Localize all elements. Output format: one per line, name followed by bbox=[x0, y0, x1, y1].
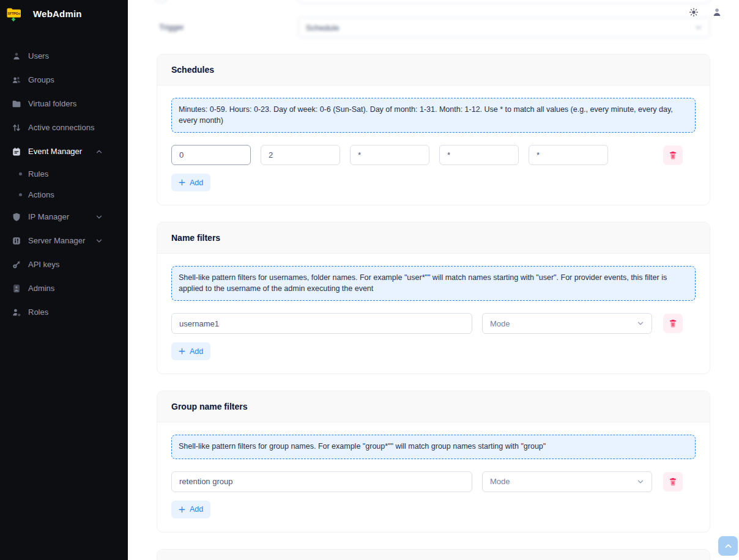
section-title: Group name filters bbox=[171, 402, 247, 411]
chevron-down-icon bbox=[695, 24, 702, 31]
role-user-icon bbox=[12, 308, 21, 317]
chevron-up-icon bbox=[95, 148, 103, 155]
chevron-down-icon bbox=[95, 213, 103, 221]
schedule-day-of-week-input[interactable] bbox=[350, 145, 429, 165]
chevron-down-icon bbox=[95, 237, 103, 245]
add-button-label: Add bbox=[190, 347, 203, 356]
sidebar-item-label: Groups bbox=[28, 75, 54, 84]
schedule-minute-input[interactable] bbox=[171, 145, 251, 165]
role-name-filters-card: Role name filters bbox=[157, 549, 710, 560]
sidebar-item-api-keys[interactable]: API keys bbox=[0, 252, 128, 276]
sidebar-item-label: Virtual folders bbox=[28, 99, 76, 108]
theme-toggle-sun-icon[interactable] bbox=[689, 7, 699, 17]
add-name-filter-button[interactable]: Add bbox=[171, 342, 210, 360]
sidebar-item-users[interactable]: Users bbox=[0, 44, 128, 68]
schedules-card-body: Minutes: 0-59. Hours: 0-23. Day of week:… bbox=[157, 86, 710, 205]
add-group-name-filter-button[interactable]: Add bbox=[171, 501, 210, 518]
sidebar-item-label: Admins bbox=[28, 284, 54, 293]
sidebar-nav: Users Groups Virtual folders Active conn… bbox=[0, 44, 128, 324]
obscured-fragment bbox=[155, 0, 166, 2]
schedule-day-of-month-input[interactable] bbox=[439, 145, 519, 165]
groups-icon bbox=[12, 75, 21, 85]
main-content: Trigger Schedule Schedules Minutes: 0-59… bbox=[128, 0, 739, 560]
sidebar-item-label: Actions bbox=[28, 190, 54, 199]
sidebar-item-admins[interactable]: Admins bbox=[0, 276, 128, 300]
sliders-icon bbox=[12, 236, 21, 246]
sidebar-item-label: Server Manager bbox=[28, 236, 85, 245]
sidebar-item-label: Active connections bbox=[28, 123, 94, 132]
group-name-filter-mode-select[interactable]: Mode bbox=[482, 471, 652, 492]
topbar bbox=[689, 7, 722, 17]
name-filters-card-header: Name filters bbox=[157, 223, 710, 254]
sidebar-item-virtual-folders[interactable]: Virtual folders bbox=[0, 92, 128, 116]
role-name-filters-card-header: Role name filters bbox=[157, 550, 710, 560]
mode-select-value: Mode bbox=[490, 319, 510, 328]
group-name-filter-pattern-input[interactable] bbox=[171, 471, 472, 492]
app-title: WebAdmin bbox=[33, 9, 82, 19]
admin-badge-icon bbox=[12, 284, 21, 293]
add-button-label: Add bbox=[190, 179, 203, 187]
calendar-icon bbox=[12, 147, 21, 157]
sidebar-item-label: API keys bbox=[28, 260, 59, 269]
brand[interactable]: SFTPGo WebAdmin bbox=[0, 0, 128, 22]
sidebar-item-label: Event Manager bbox=[28, 147, 82, 156]
arrows-up-down-icon bbox=[12, 123, 21, 133]
schedule-month-input[interactable] bbox=[529, 145, 608, 165]
obscured-input-fragment[interactable] bbox=[298, 0, 710, 4]
schedule-hour-input[interactable] bbox=[261, 145, 340, 165]
section-title: Schedules bbox=[171, 65, 214, 75]
sidebar-item-roles[interactable]: Roles bbox=[0, 300, 128, 324]
sftpgo-logo-icon: SFTPGo bbox=[6, 5, 23, 22]
name-filters-card-body: Shell-like pattern filters for usernames… bbox=[157, 254, 710, 374]
svg-text:SFTPGo: SFTPGo bbox=[8, 12, 20, 15]
sidebar-item-label: Users bbox=[28, 51, 49, 61]
delete-name-filter-button[interactable] bbox=[663, 314, 683, 333]
group-name-filters-card-header: Group name filters bbox=[157, 391, 710, 422]
mode-select-value: Mode bbox=[490, 477, 510, 486]
scroll-to-top-button[interactable] bbox=[718, 536, 738, 556]
sidebar-item-ip-manager[interactable]: IP Manager bbox=[0, 205, 128, 229]
trash-icon bbox=[668, 477, 678, 487]
obscured-select-value: Schedule bbox=[306, 23, 339, 32]
group-name-filters-hint: Shell-like pattern filters for group nam… bbox=[171, 435, 696, 459]
sidebar-item-rules[interactable]: Rules bbox=[0, 163, 128, 184]
bullet-icon bbox=[19, 193, 22, 196]
group-name-filters-card-body: Shell-like pattern filters for group nam… bbox=[157, 422, 710, 532]
sidebar-item-groups[interactable]: Groups bbox=[0, 68, 128, 92]
sidebar-item-actions[interactable]: Actions bbox=[0, 184, 128, 205]
schedules-card-header: Schedules bbox=[157, 54, 710, 86]
chevron-down-icon bbox=[637, 320, 644, 327]
users-icon bbox=[12, 51, 21, 61]
sidebar-item-server-manager[interactable]: Server Manager bbox=[0, 229, 128, 252]
delete-group-name-filter-button[interactable] bbox=[663, 472, 683, 492]
name-filter-pattern-input[interactable] bbox=[171, 313, 472, 334]
scrolled-form-top: Trigger Schedule bbox=[157, 0, 710, 54]
sidebar: SFTPGo WebAdmin Users Groups bbox=[0, 0, 128, 560]
plus-icon bbox=[179, 348, 185, 355]
sidebar-item-active-connections[interactable]: Active connections bbox=[0, 116, 128, 139]
sidebar-item-event-manager[interactable]: Event Manager bbox=[0, 139, 128, 163]
trash-icon bbox=[668, 150, 678, 160]
name-filter-row: Mode bbox=[171, 313, 696, 334]
group-name-filters-card: Group name filters Shell-like pattern fi… bbox=[157, 391, 710, 532]
obscured-select[interactable]: Schedule bbox=[298, 17, 710, 38]
folder-icon bbox=[12, 99, 21, 109]
shield-icon bbox=[12, 212, 21, 222]
webadmin-page: SFTPGo WebAdmin Users Groups bbox=[0, 0, 739, 560]
name-filter-mode-select[interactable]: Mode bbox=[482, 313, 652, 334]
obscured-field-label: Trigger bbox=[159, 23, 184, 32]
schedule-row bbox=[171, 145, 696, 165]
user-menu-icon[interactable] bbox=[712, 7, 722, 17]
name-filters-hint: Shell-like pattern filters for usernames… bbox=[171, 266, 696, 301]
sidebar-item-label: IP Manager bbox=[28, 212, 69, 221]
schedules-card: Schedules Minutes: 0-59. Hours: 0-23. Da… bbox=[157, 54, 710, 205]
schedules-hint: Minutes: 0-59. Hours: 0-23. Day of week:… bbox=[171, 98, 696, 133]
sidebar-item-label: Roles bbox=[28, 308, 48, 317]
chevron-down-icon bbox=[637, 478, 644, 485]
add-schedule-button[interactable]: Add bbox=[171, 174, 210, 191]
plus-icon bbox=[179, 506, 185, 513]
key-icon bbox=[12, 260, 21, 270]
delete-schedule-button[interactable] bbox=[663, 146, 683, 165]
trash-icon bbox=[668, 319, 678, 328]
sidebar-item-label: Rules bbox=[28, 169, 48, 179]
